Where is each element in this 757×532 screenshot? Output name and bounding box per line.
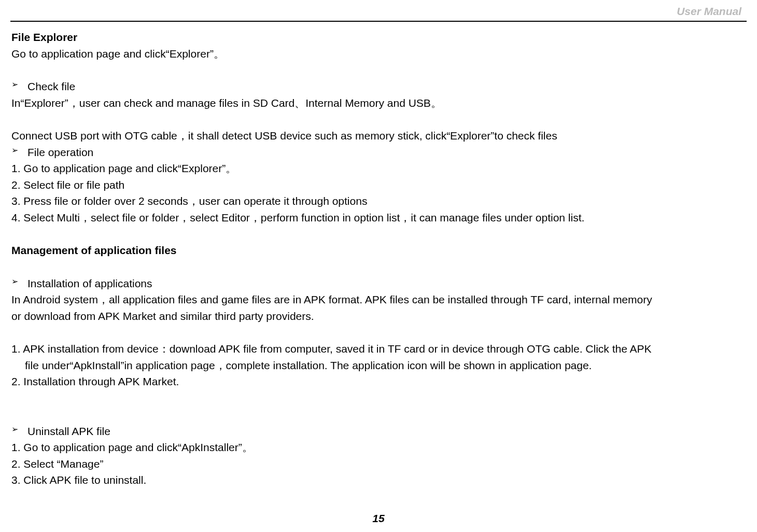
step-text: 1. Go to application page and click“ApkI… (11, 439, 746, 456)
bullet-text: Installation of applications (27, 275, 152, 292)
bullet-text: Uninstall APK file (27, 423, 110, 440)
step-text: 2. Select “Manage” (11, 456, 746, 472)
paragraph-text: In“Explorer”，user can check and manage f… (11, 95, 746, 111)
bullet-text: File operation (27, 144, 93, 161)
paragraph-text: Connect USB port with OTG cable，it shall… (11, 128, 746, 144)
bullet-marker-icon: ➢ (11, 275, 18, 288)
paragraph-text: or download from APK Market and similar … (11, 308, 746, 325)
paragraph-text: Go to application page and click“Explore… (11, 46, 746, 62)
step-text: 2. Select file or file path (11, 177, 746, 193)
bullet-marker-icon: ➢ (11, 144, 18, 157)
bullet-install-apps: ➢ Installation of applications (11, 275, 746, 292)
bullet-marker-icon: ➢ (11, 423, 18, 436)
bullet-marker-icon: ➢ (11, 78, 18, 91)
bullet-file-operation: ➢ File operation (11, 144, 746, 161)
step-text: 3. Press file or folder over 2 seconds，u… (11, 193, 746, 209)
section-management-title: Management of application files (11, 242, 746, 259)
step-text: 1. APK installation from device：download… (11, 341, 746, 357)
paragraph-text: In Android system，all application files … (11, 291, 746, 308)
bullet-check-file: ➢ Check file (11, 78, 746, 95)
step-text: 2. Installation through APK Market. (11, 373, 746, 390)
document-body: File Explorer Go to application page and… (10, 29, 747, 488)
step-text: 4. Select Multi，select file or folder，se… (11, 209, 746, 226)
step-text: 1. Go to application page and click“Expl… (11, 160, 746, 177)
document-header: User Manual (10, 5, 747, 22)
step-text: 3. Click APK file to uninstall. (11, 472, 746, 488)
bullet-uninstall-apk: ➢ Uninstall APK file (11, 423, 746, 440)
page-number: 15 (372, 512, 384, 525)
step-text-continued: file under“ApkInstall”in application pag… (11, 357, 746, 374)
bullet-text: Check file (27, 78, 75, 95)
header-title: User Manual (677, 5, 747, 18)
section-file-explorer-title: File Explorer (11, 29, 746, 46)
